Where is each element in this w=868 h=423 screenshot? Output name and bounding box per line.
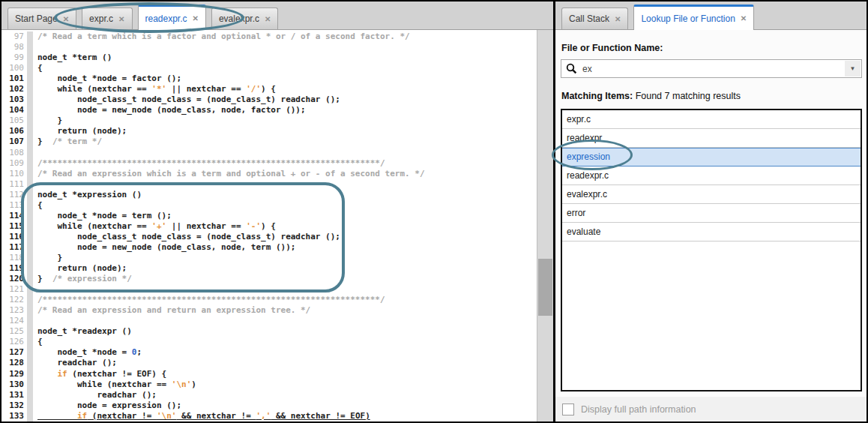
line-number[interactable]: 113 xyxy=(1,200,27,211)
code-line-131: 131 readchar (); xyxy=(1,390,537,400)
code-line-97: 97/* Read a term which is a factor and o… xyxy=(1,32,537,42)
code-line-113: 113{ xyxy=(1,200,537,211)
lookup-search-combo[interactable]: ex ▼ xyxy=(561,59,862,78)
line-number[interactable]: 100 xyxy=(1,63,27,74)
code-line-110: 110/* Read an expression which is a term… xyxy=(1,169,537,179)
line-number[interactable]: 116 xyxy=(1,232,27,242)
gutter-strip xyxy=(27,358,33,368)
line-number[interactable]: 111 xyxy=(1,179,27,190)
tab-expr-c[interactable]: expr.c✕ xyxy=(82,8,132,29)
gutter-strip xyxy=(27,316,33,326)
editor-vertical-scrollbar[interactable] xyxy=(537,30,553,422)
line-number[interactable]: 117 xyxy=(1,242,27,253)
gutter-strip xyxy=(27,284,33,295)
line-number[interactable]: 112 xyxy=(1,190,27,200)
code-line-115: 115 while (nextchar == '+' || nextchar =… xyxy=(1,221,537,232)
code-text: /* Read a term which is a factor and opt… xyxy=(33,32,410,42)
close-icon[interactable]: ✕ xyxy=(741,14,747,22)
line-number[interactable]: 119 xyxy=(1,263,27,274)
code-line-116: 116 node_class_t node_class = (node_clas… xyxy=(1,232,537,242)
list-item-evaluate[interactable]: evaluate xyxy=(562,223,861,242)
line-number[interactable]: 118 xyxy=(1,253,27,263)
tab-lookup-file-or-function[interactable]: Lookup File or Function✕ xyxy=(633,4,754,30)
display-full-path-checkbox[interactable] xyxy=(562,404,574,416)
line-number[interactable]: 103 xyxy=(1,94,27,105)
list-item-error[interactable]: error xyxy=(562,204,861,223)
scrollbar-thumb[interactable] xyxy=(538,259,552,316)
gutter-strip xyxy=(27,94,33,105)
gutter-strip xyxy=(27,200,33,211)
list-item-readexpr-c[interactable]: readexpr.c xyxy=(562,166,861,185)
gutter-strip xyxy=(27,32,33,42)
code-text: node_class_t node_class = (node_class_t)… xyxy=(33,232,340,242)
line-number[interactable]: 128 xyxy=(1,358,27,368)
line-number[interactable]: 102 xyxy=(1,84,27,94)
matching-items-label: Matching Items: xyxy=(561,91,633,101)
line-number[interactable]: 110 xyxy=(1,169,27,179)
line-number[interactable]: 114 xyxy=(1,211,27,221)
line-number[interactable]: 108 xyxy=(1,148,27,158)
line-number[interactable]: 122 xyxy=(1,295,27,305)
line-number[interactable]: 133 xyxy=(1,411,27,422)
line-number[interactable]: 129 xyxy=(1,369,27,380)
editor-panel: Start Page✕expr.c✕readexpr.c✕evalexpr.c✕… xyxy=(1,2,553,422)
line-number[interactable]: 101 xyxy=(1,74,27,84)
line-number[interactable]: 120 xyxy=(1,274,27,284)
matching-items-count: Found 7 matching results xyxy=(633,91,741,101)
code-line-128: 128 readchar (); xyxy=(1,358,537,368)
display-full-path-label: Display full path information xyxy=(581,404,696,415)
list-item-evalexpr-c[interactable]: evalexpr.c xyxy=(562,185,861,204)
search-input[interactable]: ex xyxy=(582,64,592,74)
close-icon[interactable]: ✕ xyxy=(193,14,199,22)
line-number[interactable]: 109 xyxy=(1,158,27,169)
line-number[interactable]: 104 xyxy=(1,105,27,116)
code-text: node_t *term () xyxy=(33,52,112,63)
code-text: node_t *readexpr () xyxy=(33,326,132,337)
tab-readexpr-c[interactable]: readexpr.c✕ xyxy=(138,4,206,30)
results-list: expr.creadexprexpressionreadexpr.cevalex… xyxy=(561,109,862,392)
gutter-strip xyxy=(27,411,33,422)
close-icon[interactable]: ✕ xyxy=(265,15,271,23)
code-editor[interactable]: 97/* Read a term which is a factor and o… xyxy=(1,30,553,422)
line-number[interactable]: 125 xyxy=(1,326,27,337)
line-number[interactable]: 107 xyxy=(1,136,27,147)
dropdown-button[interactable]: ▼ xyxy=(845,61,861,76)
close-icon[interactable]: ✕ xyxy=(63,15,69,23)
line-number[interactable]: 98 xyxy=(1,42,27,52)
line-number[interactable]: 97 xyxy=(1,32,27,42)
code-text: node_t *node = term (); xyxy=(33,211,172,221)
code-line-121: 121 xyxy=(1,284,537,295)
code-line-124: 124 xyxy=(1,316,537,326)
code-lines[interactable]: 97/* Read a term which is a factor and o… xyxy=(1,32,537,422)
code-text: node_t *node = factor (); xyxy=(33,74,181,84)
line-number[interactable]: 131 xyxy=(1,390,27,400)
code-line-132: 132 node = expression (); xyxy=(1,400,537,411)
line-number[interactable]: 121 xyxy=(1,284,27,295)
code-line-98: 98 xyxy=(1,42,537,52)
line-number[interactable]: 105 xyxy=(1,116,27,126)
tab-start-page[interactable]: Start Page✕ xyxy=(7,8,76,29)
gutter-strip xyxy=(27,190,33,200)
line-number[interactable]: 115 xyxy=(1,221,27,232)
line-number[interactable]: 126 xyxy=(1,337,27,347)
close-icon[interactable]: ✕ xyxy=(615,15,621,23)
list-item-expression[interactable]: expression xyxy=(562,148,861,166)
list-item-readexpr[interactable]: readexpr xyxy=(562,129,861,148)
code-line-122: 122/************************************… xyxy=(1,295,537,305)
tab-evalexpr-c[interactable]: evalexpr.c✕ xyxy=(211,8,278,29)
line-number[interactable]: 99 xyxy=(1,52,27,63)
code-line-114: 114 node_t *node = term (); xyxy=(1,211,537,221)
line-number[interactable]: 124 xyxy=(1,316,27,326)
gutter-strip xyxy=(27,52,33,63)
tab-call-stack[interactable]: Call Stack✕ xyxy=(561,8,628,29)
code-line-104: 104 node = new_node (node_class, node, f… xyxy=(1,105,537,116)
line-number[interactable]: 132 xyxy=(1,400,27,411)
line-number[interactable]: 123 xyxy=(1,305,27,316)
code-text: } /* expression */ xyxy=(33,274,132,284)
line-number[interactable]: 127 xyxy=(1,347,27,358)
list-item-expr-c[interactable]: expr.c xyxy=(562,110,861,129)
close-icon[interactable]: ✕ xyxy=(118,15,124,23)
line-number[interactable]: 130 xyxy=(1,380,27,390)
code-text: { xyxy=(33,63,43,74)
line-number[interactable]: 106 xyxy=(1,126,27,136)
